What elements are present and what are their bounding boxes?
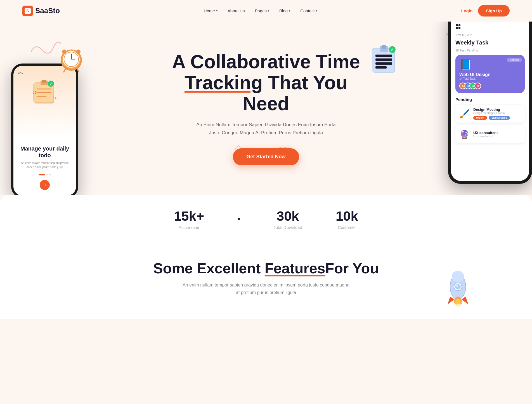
phone-left-subtitle: An enim nullam tempor sapien gravida don… [18, 161, 72, 169]
pending-item-name: Design Meeting [473, 107, 510, 112]
svg-text:✓: ✓ [49, 82, 53, 86]
phone-right-screen: 9:41 [451, 22, 529, 181]
brand-name: SaaSto [35, 6, 60, 15]
pending-item-desc: Design meeting via zoom [473, 112, 510, 115]
nav-link-contact[interactable]: Contact ▾ [300, 8, 317, 13]
stat-total-download: 30k Total Download [273, 208, 302, 230]
nav-actions: Login Sign Up [461, 5, 510, 17]
svg-marker-49 [462, 297, 468, 304]
pending-item-name: UX consultent [473, 131, 498, 135]
nav-link-home[interactable]: Home ▾ [204, 8, 217, 13]
pending-item-desc: Ux consultant u... [473, 135, 498, 138]
stat-number: 30k [273, 208, 302, 224]
inactive-dot [49, 174, 51, 175]
card-avatars: A B C D [459, 83, 521, 89]
features-title-features: Features [265, 260, 325, 276]
tag-urgent: Urgent [473, 116, 487, 120]
chevron-down-icon: ▾ [316, 9, 317, 12]
nav-link-blog[interactable]: Blog ▾ [279, 8, 290, 13]
svg-line-9 [77, 69, 79, 72]
phone-right-frame: 9:41 [448, 22, 532, 184]
nav-link-about[interactable]: About Us [228, 8, 245, 13]
logo[interactable]: S SaaSto [22, 6, 60, 16]
features-title: Some Excellent FeaturesFor You [56, 260, 476, 277]
svg-rect-40 [458, 24, 460, 26]
phone-right-grid-icons [455, 24, 525, 29]
login-button[interactable]: Login [461, 8, 473, 13]
clipboard-center-icon: ✓ [370, 44, 398, 80]
logo-icon: S [22, 6, 33, 16]
hero-section: ✓ 9:41 [0, 22, 532, 195]
hero-subtitle: An Enim Nullam Tempor Sapien Gravida Don… [191, 121, 342, 137]
nav-item-blog[interactable]: Blog ▾ [279, 8, 290, 13]
svg-rect-39 [456, 24, 458, 26]
svg-rect-12 [375, 55, 392, 57]
phone-right-date: Nov 18, 202 [455, 33, 525, 37]
features-subtitle: An enim nullam tempor sapien gravida don… [182, 281, 350, 296]
phone-left-screen: 9:41 ✓ [13, 66, 76, 195]
svg-rect-28 [42, 80, 46, 83]
nav-item-pages[interactable]: Pages ▾ [255, 8, 269, 13]
alarm-clock-icon [56, 44, 87, 81]
stat-active-users: 15k+ Active user [174, 208, 204, 230]
phone-arrow-button[interactable]: → [40, 180, 50, 190]
svg-rect-15 [375, 66, 387, 69]
svg-rect-14 [375, 62, 392, 65]
phone-right-task-title: Weekly Task [455, 39, 525, 46]
card-status-ongoing: Ongoing [507, 58, 522, 62]
pending-item-ux-consultant: 🔮 UX consultent Ux consultant u... [455, 125, 525, 143]
svg-point-55 [461, 304, 465, 308]
rocket-icon [440, 269, 476, 313]
phone-mockup-left: 9:41 ✓ [0, 64, 87, 195]
chevron-down-icon: ▾ [268, 9, 269, 12]
phone-right-card-purple: Ongoing 📘 Web UI Design 14 Total Task A … [455, 55, 525, 93]
svg-point-7 [76, 50, 81, 54]
stat-label: Total Download [273, 225, 302, 230]
nav-link-pages[interactable]: Pages ▾ [255, 8, 269, 13]
svg-line-8 [64, 69, 66, 72]
nav-links: Home ▾ About Us Pages ▾ Blog ▾ Contact ▾ [204, 8, 317, 13]
logo-s-letter: S [25, 8, 31, 14]
phone-dot-indicator [39, 174, 51, 175]
pending-item-details: Design Meeting Design meeting via zoom U… [473, 107, 510, 120]
active-dot [39, 174, 45, 175]
avatar-4: D [474, 83, 481, 89]
pending-item-details: UX consultent Ux consultant u... [473, 131, 498, 138]
stat-customer: 10k Customer [336, 208, 358, 230]
ux-consultant-icon: 🔮 [458, 128, 470, 140]
card-title: Web UI Design [459, 72, 521, 77]
stat-label: Customer [336, 225, 358, 230]
chevron-down-icon: ▾ [289, 9, 290, 12]
pending-label: Pending [455, 97, 525, 102]
phone-mockup-right: 9:41 [437, 22, 532, 184]
card-sub: 14 Total Task [459, 77, 521, 80]
svg-point-44 [452, 271, 464, 282]
pending-item-tags: Urgent Skill Develop [473, 116, 510, 120]
inactive-dot [46, 174, 48, 175]
stat-number: 10k [336, 208, 358, 224]
phone-left-frame: 9:41 ✓ [11, 64, 78, 195]
phone-right-task-sub: 28 Task Pending [455, 49, 525, 52]
svg-rect-41 [456, 27, 458, 29]
svg-text:↷: ↷ [53, 96, 57, 101]
stat-label: Active user [174, 225, 204, 230]
nav-item-home[interactable]: Home ▾ [204, 8, 217, 13]
svg-point-6 [62, 50, 67, 54]
features-section: Some Excellent FeaturesFor You An enim n… [0, 243, 532, 319]
signup-button[interactable]: Sign Up [478, 5, 510, 17]
svg-rect-13 [375, 58, 392, 61]
phone-clipboard-3d-icon: ✓ ↺ ↷ [31, 79, 59, 105]
design-meeting-icon: 🖌️ [458, 107, 470, 120]
hero-title-tracking: Tracking [185, 72, 263, 93]
stat-divider [238, 218, 240, 220]
svg-text:✓: ✓ [391, 47, 394, 52]
svg-point-46 [455, 284, 461, 290]
svg-text:↺: ↺ [32, 90, 37, 96]
hero-content: A Collaborative Time Tracking That You N… [165, 51, 367, 165]
tag-skill-develop: Skill Develop [489, 116, 510, 120]
nav-item-about[interactable]: About Us [228, 8, 245, 13]
svg-rect-17 [382, 45, 386, 49]
hero-title: A Collaborative Time Tracking That You N… [165, 51, 367, 114]
nav-item-contact[interactable]: Contact ▾ [300, 8, 317, 13]
get-started-button[interactable]: Get Started Now [233, 148, 299, 165]
